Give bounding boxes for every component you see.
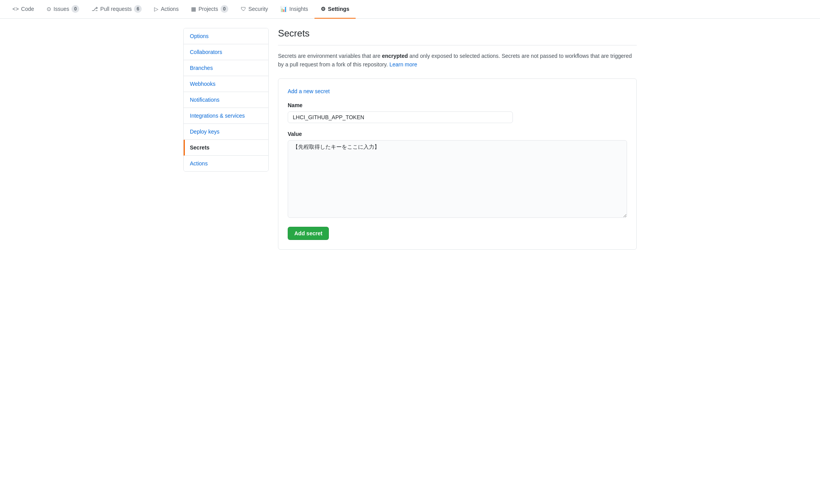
sidebar-item-branches[interactable]: Branches	[184, 60, 268, 76]
value-textarea[interactable]: 【先程取得したキーをここに入力】	[288, 140, 627, 218]
description: Secrets are environment variables that a…	[278, 52, 637, 69]
sidebar-item-deploy-keys[interactable]: Deploy keys	[184, 124, 268, 140]
pull-requests-badge: 6	[134, 5, 142, 13]
sidebar-item-integrations[interactable]: Integrations & services	[184, 108, 268, 124]
description-bold: encrypted	[382, 53, 408, 59]
actions-icon: ▷	[154, 6, 158, 12]
issues-badge: 0	[71, 5, 79, 13]
nav-label-issues: Issues	[54, 6, 69, 12]
nav-item-actions[interactable]: ▷ Actions	[148, 0, 185, 19]
name-input-wrapper	[288, 111, 513, 123]
nav-item-projects[interactable]: ▦ Projects 0	[185, 0, 235, 19]
sidebar-item-notifications[interactable]: Notifications	[184, 92, 268, 108]
nav-label-settings: Settings	[328, 6, 349, 12]
security-icon: 🛡	[241, 6, 246, 12]
nav-item-security[interactable]: 🛡 Security	[235, 0, 274, 19]
sidebar-item-actions[interactable]: Actions	[184, 156, 268, 171]
nav-label-code: Code	[21, 6, 34, 12]
projects-badge: 0	[221, 5, 228, 13]
value-label: Value	[288, 131, 627, 137]
pull-requests-icon: ⎇	[92, 6, 98, 12]
nav-label-actions: Actions	[161, 6, 179, 12]
top-nav: <> Code ⊙ Issues 0 ⎇ Pull requests 6 ▷ A…	[0, 0, 820, 19]
projects-icon: ▦	[191, 6, 196, 12]
page-title: Secrets	[278, 28, 637, 45]
description-text1: Secrets are environment variables that a…	[278, 53, 382, 59]
nav-label-security: Security	[248, 6, 268, 12]
nav-label-pull-requests: Pull requests	[100, 6, 132, 12]
sidebar-item-secrets[interactable]: Secrets	[184, 140, 268, 156]
issues-icon: ⊙	[47, 6, 51, 12]
add-new-secret-link[interactable]: Add a new secret	[288, 88, 330, 94]
nav-item-issues[interactable]: ⊙ Issues 0	[40, 0, 85, 19]
nav-label-insights: Insights	[289, 6, 308, 12]
sidebar-item-webhooks[interactable]: Webhooks	[184, 76, 268, 92]
code-icon: <>	[12, 6, 19, 12]
secrets-form-card: Add a new secret Name Value 【先程取得したキーをここ…	[278, 78, 637, 250]
nav-label-projects: Projects	[198, 6, 218, 12]
sidebar-item-collaborators[interactable]: Collaborators	[184, 44, 268, 60]
settings-icon: ⚙	[321, 6, 326, 12]
name-label: Name	[288, 102, 627, 108]
insights-icon: 📊	[280, 6, 287, 12]
settings-sidebar: Options Collaborators Branches Webhooks …	[183, 28, 269, 172]
content-wrapper: Options Collaborators Branches Webhooks …	[177, 19, 643, 259]
nav-item-settings[interactable]: ⚙ Settings	[314, 0, 356, 19]
nav-item-pull-requests[interactable]: ⎇ Pull requests 6	[85, 0, 148, 19]
add-secret-button[interactable]: Add secret	[288, 227, 329, 240]
main-content: Secrets Secrets are environment variable…	[278, 28, 637, 250]
nav-item-code[interactable]: <> Code	[6, 0, 40, 19]
sidebar-item-options[interactable]: Options	[184, 28, 268, 44]
name-input[interactable]	[288, 111, 513, 123]
learn-more-link[interactable]: Learn more	[389, 61, 417, 68]
value-form-group: Value 【先程取得したキーをここに入力】	[288, 131, 627, 219]
nav-item-insights[interactable]: 📊 Insights	[274, 0, 314, 19]
name-form-group: Name	[288, 102, 627, 123]
